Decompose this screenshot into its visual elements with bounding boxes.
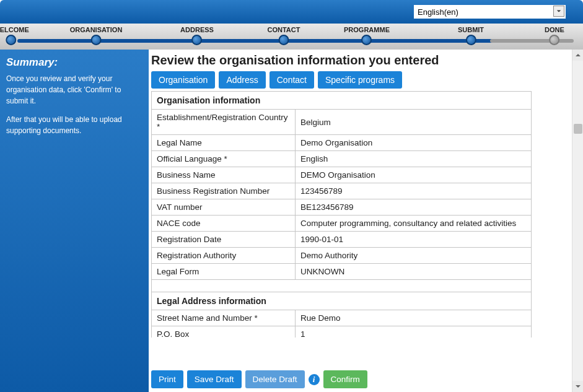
field-value: Demo Authority [296,248,532,264]
table-row: P.O. Box1 [152,326,532,338]
field-label: Business Name [152,167,296,183]
confirm-button[interactable]: Confirm [323,370,367,388]
table-row: Registration Date1990-01-01 [152,232,532,248]
wizard-step-dot [550,35,560,45]
tab-specific-programs[interactable]: Specific programs [318,71,402,89]
wizard-step-address[interactable]: ADDRESS [180,26,214,45]
language-select[interactable]: English(en) [414,5,566,19]
field-value: Demo Organisation [296,135,532,151]
field-label: Official Language * [152,151,296,167]
field-value: 1 [296,326,532,338]
wizard-step-dot [465,35,476,45]
tab-row: Organisation Address Contact Specific pr… [151,71,569,89]
sidebar: Summary: Once you review and verify your… [0,50,149,392]
field-value: Rue Demo [296,310,532,326]
field-label: Legal Form [152,264,296,280]
field-label: NACE code [152,216,296,232]
field-label: VAT number [152,199,296,216]
field-label: Registration Authority [152,248,296,264]
table-row: Business NameDEMO Organisation [152,167,532,183]
sidebar-title: Summary: [6,54,142,71]
field-value: English [296,151,532,167]
table-row: Business Registration Number123456789 [152,183,532,199]
field-value: DEMO Organisation [296,167,532,183]
table-row: Official Language *English [152,151,532,167]
wizard-step-label: CONTACT [268,26,300,33]
field-value: Belgium [296,110,532,135]
wizard-step-submit[interactable]: SUBMIT [458,26,484,45]
tab-organisation[interactable]: Organisation [151,71,215,89]
wizard-step-label: ORGANISATION [70,26,123,33]
wizard-step-contact[interactable]: CONTACT [268,26,300,45]
field-value: 123456789 [296,183,532,199]
field-label: P.O. Box [152,326,296,338]
section-header-address: Legal Address information [152,292,532,310]
table-row: Street Name and Number *Rue Demo [152,310,532,326]
sidebar-para-2: After that you will be able to upload su… [6,114,142,136]
wizard-step-label: DONE [545,26,564,33]
field-label: Business Registration Number [152,183,296,199]
action-bar: Print Save Draft Delete Draft i Confirm [151,370,367,388]
review-table: Organisation informationEstablishment/Re… [151,91,532,338]
language-selected: English(en) [418,7,458,17]
scroll-down-icon[interactable] [572,381,583,392]
wizard-step-organisation[interactable]: ORGANISATION [70,26,123,45]
save-draft-button[interactable]: Save Draft [187,370,242,388]
print-button[interactable]: Print [151,370,183,388]
field-value: 1990-01-01 [296,232,532,248]
section-header-organisation: Organisation information [152,92,532,110]
wizard-step-dot [191,35,202,45]
table-row: VAT numberBE123456789 [152,199,532,216]
table-row: Establishment/Registration Country *Belg… [152,110,532,135]
wizard-step-done[interactable]: DONE [545,26,564,45]
dropdown-arrow-icon [553,6,564,17]
page-title: Review the organisation information you … [151,53,569,68]
delete-draft-button[interactable]: Delete Draft [245,370,305,388]
wizard-step-label: SUBMIT [458,26,484,33]
field-label: Legal Name [152,135,296,151]
wizard-step-dot [6,35,16,45]
wizard-step-welcome[interactable]: WELCOME [0,26,29,45]
scroll-up-icon[interactable] [572,50,583,61]
field-value: BE123456789 [296,199,532,216]
wizard-step-label: PROGRAMME [344,26,390,33]
field-value: Computer programming, consultancy and re… [296,216,532,232]
vertical-scrollbar[interactable] [572,50,583,392]
table-row: NACE codeComputer programming, consultan… [152,216,532,232]
tab-address[interactable]: Address [219,71,265,89]
field-label: Registration Date [152,232,296,248]
table-row: Legal FormUNKNOWN [152,264,532,280]
sidebar-para-1: Once you review and verify your organisa… [6,73,142,107]
top-bar: English(en) [0,0,583,24]
field-label: Street Name and Number * [152,310,296,326]
tab-contact[interactable]: Contact [270,71,314,89]
field-label: Establishment/Registration Country * [152,110,296,135]
wizard-step-label: WELCOME [0,26,29,33]
wizard-step-dot [361,35,372,45]
field-value: UNKNOWN [296,264,532,280]
table-row: Registration AuthorityDemo Authority [152,248,532,264]
wizard-progress: WELCOMEORGANISATIONADDRESSCONTACTPROGRAM… [0,24,583,50]
wizard-step-programme[interactable]: PROGRAMME [344,26,390,45]
wizard-step-dot [91,35,102,45]
wizard-step-dot [279,35,289,45]
scroll-thumb[interactable] [574,124,582,134]
main-content: Review the organisation information you … [149,50,583,392]
info-icon[interactable]: i [309,374,320,385]
wizard-step-label: ADDRESS [180,26,214,33]
table-row: Legal NameDemo Organisation [152,135,532,151]
